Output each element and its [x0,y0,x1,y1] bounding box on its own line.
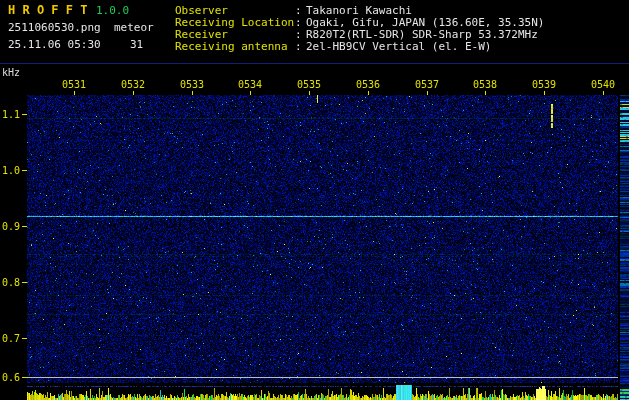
info-label-observer: Observer [175,5,228,17]
timestamp: 25.11.06 05:30 [8,39,101,51]
info-label-antenna: Receiving antenna [175,41,288,53]
app-version: 1.0.0 [96,5,129,17]
time-tick-label: 0538 [472,79,498,90]
info-value-location: Ogaki, Gifu, JAPAN (136.60E, 35.35N) [306,17,544,29]
info-label-location: Receiving Location [175,17,294,29]
hrofft-window: H R O F F T 1.0.0 2511060530.png meteor … [0,0,629,400]
freq-tick-label: 0.6 [0,372,20,383]
echo-count: 31 [130,39,143,51]
info-value-antenna: 2el-HB9CV Vertical (el. E-W) [306,41,491,53]
info-label-receiver: Receiver [175,29,228,41]
time-tick-label: 0535 [296,79,322,90]
freq-tick-label: 0.8 [0,277,20,288]
info-colon: : [295,41,302,53]
freq-tick-label: 0.7 [0,333,20,344]
time-tick-label: 0540 [590,79,616,90]
info-value-receiver: R820T2(RTL-SDR) SDR-Sharp 53.372MHz [306,29,538,41]
app-title: H R O F F T [8,4,87,17]
time-tick-label: 0536 [355,79,381,90]
info-colon: : [295,29,302,41]
time-tick-label: 0533 [179,79,205,90]
time-tick-label: 0534 [237,79,263,90]
time-tick-label: 0539 [531,79,557,90]
mode-label: meteor [114,22,154,34]
file-name: 2511060530.png [8,22,101,34]
time-tick-label: 0532 [120,79,146,90]
time-tick-label: 0531 [61,79,87,90]
spectrogram-canvas [0,0,629,400]
freq-tick-label: 1.0 [0,165,20,176]
time-tick-label: 0537 [414,79,440,90]
info-colon: : [295,5,302,17]
info-colon: : [295,17,302,29]
khz-unit-label: kHz [2,68,20,79]
freq-tick-label: 1.1 [0,109,20,120]
info-value-observer: Takanori Kawachi [306,5,412,17]
freq-tick-label: 0.9 [0,221,20,232]
